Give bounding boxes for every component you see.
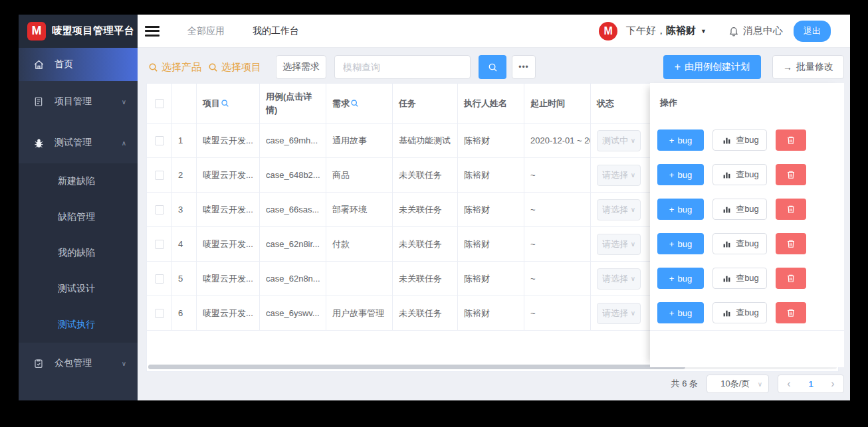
main-content: 选择产品 选择项目 选择需求 ••• + 由用例创建计划 bbox=[138, 48, 850, 400]
trash-icon bbox=[785, 169, 797, 181]
brand-logo: M bbox=[27, 22, 46, 41]
user-greeting[interactable]: 下午好，陈裕财 bbox=[626, 25, 696, 37]
cell-project: 唛盟云开发... bbox=[197, 262, 260, 296]
delete-button[interactable] bbox=[776, 199, 806, 220]
prev-page-button[interactable]: ‹ bbox=[787, 379, 790, 389]
sidebar-item-home[interactable]: 首页 bbox=[19, 48, 138, 81]
cell-checkbox bbox=[147, 124, 172, 157]
select-product-filter[interactable]: 选择产品 bbox=[147, 61, 201, 74]
submenu-item-new-defect[interactable]: 新建缺陷 bbox=[19, 163, 138, 199]
chevron-down-icon: ∨ bbox=[631, 171, 635, 179]
menu-collapse-icon[interactable] bbox=[145, 26, 160, 37]
column-search-icon[interactable] bbox=[350, 99, 359, 108]
current-page-button[interactable]: 1 bbox=[808, 379, 813, 389]
cell-project: 唛盟云开发... bbox=[197, 296, 260, 330]
row-checkbox[interactable] bbox=[155, 274, 164, 284]
view-bug-button[interactable]: 查bug bbox=[712, 268, 767, 289]
delete-button[interactable] bbox=[776, 129, 806, 151]
fuzzy-search-input[interactable] bbox=[334, 55, 471, 79]
header-right: M 下午好，陈裕财 ▼ 消息中心 退出 bbox=[599, 21, 831, 42]
status-select[interactable]: 请选择∨ bbox=[597, 199, 641, 220]
cell-case[interactable]: case_66sas... bbox=[260, 193, 326, 226]
page-size-select[interactable]: 10条/页 ∨ bbox=[706, 375, 769, 393]
user-avatar[interactable]: M bbox=[599, 22, 617, 41]
row-checkbox[interactable] bbox=[155, 309, 164, 318]
add-bug-button[interactable]: +bug bbox=[657, 268, 704, 289]
status-select-value: 请选择 bbox=[602, 273, 629, 285]
sidebar-item-test-mgmt[interactable]: 测试管理 ∧ bbox=[19, 122, 138, 163]
cell-project: 唛盟云开发... bbox=[197, 124, 260, 157]
user-caret-down-icon[interactable]: ▼ bbox=[701, 28, 706, 35]
delete-button[interactable] bbox=[776, 233, 806, 254]
row-checkbox[interactable] bbox=[155, 240, 164, 249]
cell-case[interactable]: case_62n8ir... bbox=[260, 227, 326, 261]
cell-project: 唛盟云开发... bbox=[197, 227, 260, 261]
cell-requirement bbox=[326, 262, 393, 296]
sidebar-item-clipped[interactable] bbox=[19, 395, 138, 400]
select-requirement-button[interactable]: 选择需求 bbox=[276, 55, 326, 79]
plus-icon: + bbox=[669, 274, 675, 284]
add-bug-label: bug bbox=[677, 170, 692, 180]
bug-icon bbox=[33, 137, 45, 149]
row-checkbox[interactable] bbox=[155, 205, 164, 214]
search-button[interactable] bbox=[479, 55, 506, 79]
bar-chart-icon bbox=[720, 134, 732, 146]
tab-my-workbench[interactable]: 我的工作台 bbox=[253, 25, 299, 37]
add-bug-label: bug bbox=[677, 205, 692, 214]
greeting-text: 下午好， bbox=[626, 25, 666, 36]
view-bug-label: 查bug bbox=[736, 238, 759, 250]
sidebar-item-project-mgmt[interactable]: 项目管理 ∨ bbox=[19, 81, 138, 122]
view-bug-button[interactable]: 查bug bbox=[712, 233, 767, 254]
add-bug-button[interactable]: +bug bbox=[657, 164, 704, 185]
add-bug-button[interactable]: +bug bbox=[657, 233, 704, 254]
view-bug-button[interactable]: 查bug bbox=[712, 302, 767, 323]
cell-task: 未关联任务 bbox=[393, 296, 458, 330]
message-center-link[interactable]: 消息中心 bbox=[728, 25, 783, 37]
create-plan-button[interactable]: + 由用例创建计划 bbox=[663, 55, 761, 79]
submenu-item-defect-mgmt[interactable]: 缺陷管理 bbox=[19, 199, 138, 235]
cell-executor: 陈裕财 bbox=[458, 262, 524, 296]
submenu-item-test-design[interactable]: 测试设计 bbox=[19, 271, 138, 307]
view-bug-button[interactable]: 查bug bbox=[712, 129, 767, 151]
view-bug-button[interactable]: 查bug bbox=[712, 164, 767, 185]
cell-case[interactable]: case_6yswv... bbox=[260, 296, 326, 330]
cell-case[interactable]: case_69mh... bbox=[260, 124, 326, 157]
cell-case[interactable]: case_62n8n... bbox=[260, 262, 326, 296]
delete-button[interactable] bbox=[776, 302, 806, 323]
app-title: 唛盟项目管理平台 bbox=[52, 25, 134, 37]
operations-panel: 操作 +bug查bug+bug查bug+bug查bug+bug查bug+bug查… bbox=[650, 83, 844, 367]
status-select[interactable]: 请选择∨ bbox=[597, 234, 641, 255]
row-checkbox[interactable] bbox=[155, 136, 164, 145]
submenu-item-my-defects[interactable]: 我的缺陷 bbox=[19, 235, 138, 271]
view-bug-button[interactable]: 查bug bbox=[712, 199, 767, 220]
cell-status: 测试中∨ bbox=[591, 124, 651, 157]
tab-all-apps[interactable]: 全部应用 bbox=[187, 25, 225, 37]
operations-row: +bug查bug bbox=[650, 226, 844, 261]
add-bug-button[interactable]: +bug bbox=[657, 302, 704, 323]
add-bug-button[interactable]: +bug bbox=[657, 199, 704, 220]
plus-icon: + bbox=[669, 135, 675, 145]
column-search-icon[interactable] bbox=[221, 99, 229, 108]
status-select[interactable]: 测试中∨ bbox=[597, 130, 641, 151]
horizontal-scrollbar-thumb[interactable] bbox=[148, 365, 685, 369]
delete-button[interactable] bbox=[776, 164, 806, 185]
operations-row: +bug查bug bbox=[650, 261, 844, 296]
more-filters-button[interactable]: ••• bbox=[512, 55, 536, 79]
select-all-checkbox[interactable] bbox=[155, 99, 164, 108]
select-project-filter[interactable]: 选择项目 bbox=[207, 61, 261, 74]
cell-dates: ~ bbox=[524, 193, 591, 226]
sidebar-item-crowdsourcing[interactable]: 众包管理 ∨ bbox=[19, 343, 138, 384]
status-select[interactable]: 请选择∨ bbox=[597, 268, 641, 290]
cell-case[interactable]: case_648b2... bbox=[260, 158, 326, 192]
row-checkbox[interactable] bbox=[155, 171, 164, 180]
batch-edit-button[interactable]: → 批量修改 bbox=[772, 55, 844, 79]
status-select[interactable]: 请选择∨ bbox=[597, 303, 641, 324]
cell-checkbox bbox=[147, 296, 172, 330]
cell-task: 未关联任务 bbox=[393, 158, 458, 192]
delete-button[interactable] bbox=[776, 268, 806, 289]
status-select[interactable]: 请选择∨ bbox=[597, 165, 641, 186]
submenu-item-test-execution[interactable]: 测试执行 bbox=[19, 307, 138, 343]
logout-button[interactable]: 退出 bbox=[794, 21, 831, 42]
add-bug-button[interactable]: +bug bbox=[657, 129, 704, 151]
next-page-button[interactable]: › bbox=[831, 379, 834, 389]
